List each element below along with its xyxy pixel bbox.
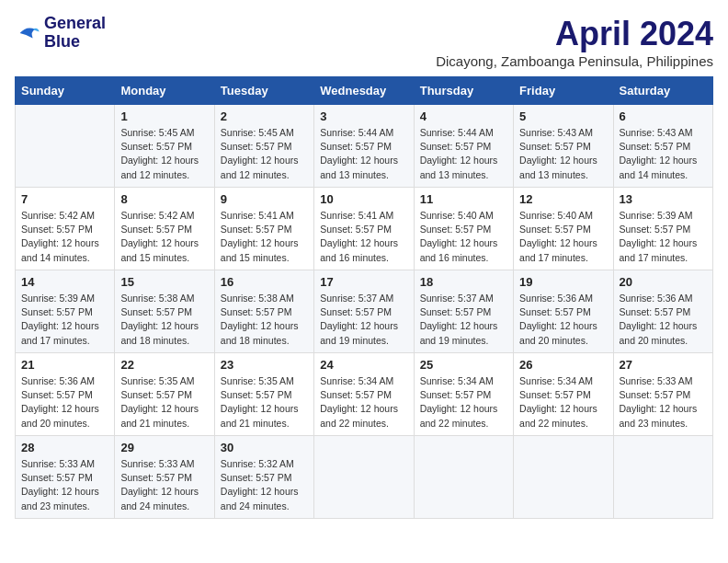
cell-info: Sunrise: 5:45 AMSunset: 5:57 PMDaylight:…	[221, 126, 308, 182]
day-number: 22	[120, 358, 208, 372]
cell-info: Sunrise: 5:44 AMSunset: 5:57 PMDaylight:…	[420, 126, 507, 182]
day-number: 27	[620, 358, 707, 372]
weekday-wednesday: Wednesday	[314, 77, 414, 105]
calendar-cell: 25Sunrise: 5:34 AMSunset: 5:57 PMDayligh…	[414, 353, 513, 436]
calendar-cell	[514, 436, 613, 519]
day-number: 21	[21, 358, 108, 372]
day-number: 7	[21, 192, 108, 206]
logo-text: General Blue	[44, 15, 106, 52]
calendar-cell: 15Sunrise: 5:38 AMSunset: 5:57 PMDayligh…	[115, 270, 214, 353]
day-number: 6	[620, 109, 707, 123]
calendar-cell: 11Sunrise: 5:40 AMSunset: 5:57 PMDayligh…	[414, 188, 513, 270]
cell-info: Sunrise: 5:44 AMSunset: 5:57 PMDaylight:…	[320, 126, 407, 182]
week-row-2: 7Sunrise: 5:42 AMSunset: 5:57 PMDaylight…	[16, 188, 713, 270]
cell-info: Sunrise: 5:37 AMSunset: 5:57 PMDaylight:…	[320, 292, 407, 348]
cell-info: Sunrise: 5:34 AMSunset: 5:57 PMDaylight:…	[519, 374, 607, 431]
month-title: April 2024	[436, 15, 713, 53]
calendar-cell: 2Sunrise: 5:45 AMSunset: 5:57 PMDaylight…	[214, 105, 313, 188]
calendar-cell: 8Sunrise: 5:42 AMSunset: 5:57 PMDaylight…	[115, 188, 214, 270]
day-number: 26	[519, 358, 607, 372]
calendar-cell: 6Sunrise: 5:43 AMSunset: 5:57 PMDaylight…	[613, 105, 712, 188]
day-number: 14	[21, 275, 108, 289]
calendar-cell	[613, 436, 712, 519]
day-number: 5	[519, 109, 607, 123]
weekday-saturday: Saturday	[613, 77, 712, 105]
calendar-cell: 9Sunrise: 5:41 AMSunset: 5:57 PMDaylight…	[214, 188, 313, 270]
calendar-cell: 13Sunrise: 5:39 AMSunset: 5:57 PMDayligh…	[613, 188, 712, 270]
calendar-cell: 23Sunrise: 5:35 AMSunset: 5:57 PMDayligh…	[214, 353, 313, 436]
calendar-cell: 26Sunrise: 5:34 AMSunset: 5:57 PMDayligh…	[514, 353, 613, 436]
calendar-cell: 30Sunrise: 5:32 AMSunset: 5:57 PMDayligh…	[214, 436, 313, 519]
calendar-cell: 4Sunrise: 5:44 AMSunset: 5:57 PMDaylight…	[414, 105, 513, 188]
cell-info: Sunrise: 5:38 AMSunset: 5:57 PMDaylight:…	[221, 292, 308, 348]
calendar-cell: 12Sunrise: 5:40 AMSunset: 5:57 PMDayligh…	[514, 188, 613, 270]
weekday-thursday: Thursday	[414, 77, 513, 105]
cell-info: Sunrise: 5:33 AMSunset: 5:57 PMDaylight:…	[120, 457, 208, 513]
calendar-cell: 20Sunrise: 5:36 AMSunset: 5:57 PMDayligh…	[613, 270, 712, 353]
day-number: 13	[620, 192, 707, 206]
day-number: 11	[420, 192, 507, 206]
week-row-5: 28Sunrise: 5:33 AMSunset: 5:57 PMDayligh…	[16, 436, 713, 519]
calendar-cell: 1Sunrise: 5:45 AMSunset: 5:57 PMDaylight…	[115, 105, 214, 188]
day-number: 2	[221, 109, 308, 123]
day-number: 17	[320, 275, 407, 289]
cell-info: Sunrise: 5:32 AMSunset: 5:57 PMDaylight:…	[221, 457, 308, 513]
cell-info: Sunrise: 5:39 AMSunset: 5:57 PMDaylight:…	[620, 209, 707, 265]
cell-info: Sunrise: 5:33 AMSunset: 5:57 PMDaylight:…	[21, 457, 108, 513]
cell-info: Sunrise: 5:35 AMSunset: 5:57 PMDaylight:…	[221, 374, 308, 431]
day-number: 28	[21, 441, 108, 454]
calendar-cell: 17Sunrise: 5:37 AMSunset: 5:57 PMDayligh…	[314, 270, 414, 353]
day-number: 4	[420, 109, 507, 123]
calendar-cell: 7Sunrise: 5:42 AMSunset: 5:57 PMDaylight…	[16, 188, 115, 270]
day-number: 19	[519, 275, 607, 289]
cell-info: Sunrise: 5:34 AMSunset: 5:57 PMDaylight:…	[420, 374, 507, 431]
week-row-1: 1Sunrise: 5:45 AMSunset: 5:57 PMDaylight…	[16, 105, 713, 188]
cell-info: Sunrise: 5:36 AMSunset: 5:57 PMDaylight:…	[21, 374, 108, 431]
day-number: 29	[120, 441, 208, 454]
day-number: 20	[620, 275, 707, 289]
day-number: 16	[221, 275, 308, 289]
cell-info: Sunrise: 5:43 AMSunset: 5:57 PMDaylight:…	[620, 126, 707, 182]
calendar-cell: 3Sunrise: 5:44 AMSunset: 5:57 PMDaylight…	[314, 105, 414, 188]
calendar-cell	[314, 436, 414, 519]
cell-info: Sunrise: 5:43 AMSunset: 5:57 PMDaylight:…	[519, 126, 607, 182]
day-number: 3	[320, 109, 407, 123]
cell-info: Sunrise: 5:34 AMSunset: 5:57 PMDaylight:…	[320, 374, 407, 431]
weekday-tuesday: Tuesday	[214, 77, 313, 105]
day-number: 12	[519, 192, 607, 206]
cell-info: Sunrise: 5:37 AMSunset: 5:57 PMDaylight:…	[420, 292, 507, 348]
week-row-3: 14Sunrise: 5:39 AMSunset: 5:57 PMDayligh…	[16, 270, 713, 353]
title-area: April 2024 Dicayong, Zamboanga Peninsula…	[436, 15, 713, 69]
day-number: 24	[320, 358, 407, 372]
day-number: 10	[320, 192, 407, 206]
cell-info: Sunrise: 5:40 AMSunset: 5:57 PMDaylight:…	[420, 209, 507, 265]
calendar-cell: 16Sunrise: 5:38 AMSunset: 5:57 PMDayligh…	[214, 270, 313, 353]
day-number: 18	[420, 275, 507, 289]
header: General Blue April 2024 Dicayong, Zamboa…	[15, 15, 713, 69]
cell-info: Sunrise: 5:36 AMSunset: 5:57 PMDaylight:…	[620, 292, 707, 348]
logo-icon	[15, 20, 40, 46]
day-number: 1	[120, 109, 208, 123]
calendar-cell: 19Sunrise: 5:36 AMSunset: 5:57 PMDayligh…	[514, 270, 613, 353]
calendar-cell	[414, 436, 513, 519]
cell-info: Sunrise: 5:36 AMSunset: 5:57 PMDaylight:…	[519, 292, 607, 348]
cell-info: Sunrise: 5:35 AMSunset: 5:57 PMDaylight:…	[120, 374, 208, 431]
day-number: 25	[420, 358, 507, 372]
cell-info: Sunrise: 5:38 AMSunset: 5:57 PMDaylight:…	[120, 292, 208, 348]
calendar-cell: 28Sunrise: 5:33 AMSunset: 5:57 PMDayligh…	[16, 436, 115, 519]
calendar-cell: 27Sunrise: 5:33 AMSunset: 5:57 PMDayligh…	[613, 353, 712, 436]
day-number: 9	[221, 192, 308, 206]
calendar-cell: 5Sunrise: 5:43 AMSunset: 5:57 PMDaylight…	[514, 105, 613, 188]
cell-info: Sunrise: 5:33 AMSunset: 5:57 PMDaylight:…	[620, 374, 707, 431]
calendar-cell: 29Sunrise: 5:33 AMSunset: 5:57 PMDayligh…	[115, 436, 214, 519]
cell-info: Sunrise: 5:40 AMSunset: 5:57 PMDaylight:…	[519, 209, 607, 265]
calendar-cell: 10Sunrise: 5:41 AMSunset: 5:57 PMDayligh…	[314, 188, 414, 270]
calendar-table: SundayMondayTuesdayWednesdayThursdayFrid…	[15, 76, 713, 519]
day-number: 23	[221, 358, 308, 372]
logo: General Blue	[15, 15, 106, 52]
location-title: Dicayong, Zamboanga Peninsula, Philippin…	[436, 53, 713, 69]
calendar-cell: 14Sunrise: 5:39 AMSunset: 5:57 PMDayligh…	[16, 270, 115, 353]
day-number: 15	[120, 275, 208, 289]
cell-info: Sunrise: 5:41 AMSunset: 5:57 PMDaylight:…	[320, 209, 407, 265]
calendar-cell: 22Sunrise: 5:35 AMSunset: 5:57 PMDayligh…	[115, 353, 214, 436]
